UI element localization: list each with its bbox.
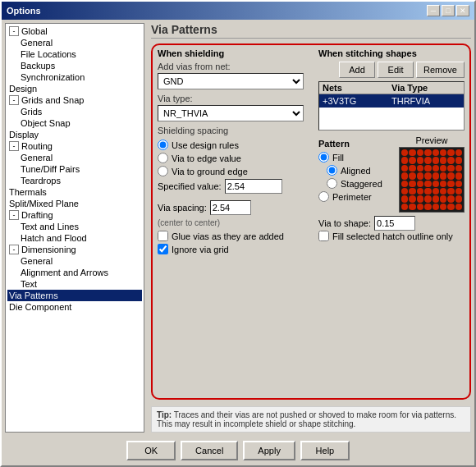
radio-label: Use design rules: [172, 140, 239, 150]
radio-aligned-input[interactable]: [327, 165, 337, 176]
sidebar-item-alignment[interactable]: Alignment and Arrows: [7, 267, 142, 278]
maximize-button[interactable]: □: [442, 5, 455, 16]
radio-perimeter[interactable]: Perimeter: [318, 191, 392, 202]
sidebar-item-text-lines[interactable]: Text and Lines: [7, 221, 142, 232]
grid-dot: [455, 172, 462, 179]
sidebar-item-text2[interactable]: Text: [7, 278, 142, 290]
sidebar-item-teardrops[interactable]: Teardrops: [7, 175, 142, 186]
radio-use-design-rules[interactable]: Use design rules: [158, 140, 304, 150]
net-table-header: Nets Via Type: [319, 82, 464, 94]
radio-via-ground[interactable]: Via to ground edge: [158, 166, 304, 176]
add-button[interactable]: Add: [339, 62, 375, 78]
grid-dot: [433, 204, 439, 210]
sidebar-item-general1[interactable]: General: [7, 37, 142, 48]
expand-icon: -: [9, 245, 19, 254]
sidebar-item-design[interactable]: Design: [7, 83, 142, 94]
grid-dot: [433, 188, 439, 195]
help-button[interactable]: Help: [300, 441, 350, 460]
sidebar-item-drafting[interactable]: - Drafting: [7, 209, 142, 221]
remove-button[interactable]: Remove: [416, 62, 465, 78]
sidebar-item-grids-snap[interactable]: - Grids and Snap: [7, 94, 142, 106]
sidebar-item-general3[interactable]: General: [7, 255, 142, 267]
via-shape-row: Via to shape:: [318, 216, 465, 231]
radio-via-ground-input[interactable]: [158, 166, 168, 176]
via-spacing-input[interactable]: [210, 200, 251, 215]
sidebar-item-dimensioning[interactable]: - Dimensioning: [7, 244, 142, 255]
net-table-row[interactable]: +3V3TG THRFVIA: [319, 94, 464, 108]
grid-dot: [401, 181, 408, 187]
radio-staggered[interactable]: Staggered: [318, 178, 392, 189]
grid-dot: [401, 172, 408, 179]
radio-via-edge[interactable]: Via to edge value: [158, 153, 304, 163]
grid-dot: [417, 157, 423, 163]
radio-perimeter-input[interactable]: [318, 191, 329, 202]
titlebar-controls: ─ □ ✕: [427, 5, 469, 16]
grid-dot: [417, 149, 423, 156]
grid-dot: [401, 165, 408, 172]
radio-aligned[interactable]: Aligned: [318, 165, 392, 176]
sidebar-item-file-locations[interactable]: File Locations: [7, 48, 142, 60]
grid-dot: [455, 149, 462, 156]
expand-icon: -: [9, 95, 19, 105]
sidebar-item-sync[interactable]: Synchronization: [7, 71, 142, 83]
close-button[interactable]: ✕: [456, 5, 469, 16]
radio-fill-input[interactable]: [318, 152, 329, 163]
via-shape-input[interactable]: [374, 216, 415, 231]
grid-dot: [455, 195, 462, 202]
radio-fill[interactable]: Fill: [318, 152, 392, 163]
grid-dot: [433, 165, 439, 172]
radio-staggered-input[interactable]: [327, 178, 337, 189]
sidebar-item-routing[interactable]: - Routing: [7, 140, 142, 152]
sidebar-item-die-component[interactable]: Die Component: [7, 301, 142, 313]
grid-dot: [447, 165, 454, 172]
sidebar-item-split-mixed[interactable]: Split/Mixed Plane: [7, 198, 142, 209]
sidebar-label: Routing: [21, 141, 53, 151]
sidebar-label: Design: [9, 84, 37, 94]
sidebar-item-backups[interactable]: Backups: [7, 60, 142, 71]
grid-dot: [447, 188, 454, 195]
minimize-button[interactable]: ─: [427, 5, 440, 16]
right-panel: Via Patterns When shielding Add vias fro…: [148, 20, 474, 436]
radio-use-design-rules-input[interactable]: [158, 140, 168, 150]
ignore-grid-checkbox[interactable]: [158, 244, 168, 254]
sidebar-item-tune-diff[interactable]: Tune/Diff Pairs: [7, 163, 142, 175]
glue-checkbox-row: Glue vias as they are added: [158, 231, 304, 241]
sidebar-label: General: [21, 153, 53, 163]
sidebar-item-general2[interactable]: General: [7, 152, 142, 163]
grid-dot: [409, 204, 415, 210]
ok-button[interactable]: OK: [126, 441, 176, 460]
cancel-button[interactable]: Cancel: [181, 441, 238, 460]
net-table: Nets Via Type +3V3TG THRFVIA: [318, 81, 465, 130]
sidebar-label: File Locations: [21, 49, 76, 59]
sidebar-item-display[interactable]: Display: [7, 129, 142, 140]
sidebar-label: Text and Lines: [21, 222, 79, 231]
net-select[interactable]: GND: [158, 73, 304, 89]
sidebar-item-via-patterns[interactable]: Via Patterns: [7, 290, 142, 301]
sidebar-label: Drafting: [21, 210, 53, 220]
sidebar-item-thermals[interactable]: Thermals: [7, 186, 142, 198]
grid-dot: [455, 165, 462, 172]
grid-dot: [433, 172, 439, 179]
panel-inner: When shielding Add vias from net: GND Vi…: [151, 43, 471, 433]
sidebar-item-hatch-flood[interactable]: Hatch and Flood: [7, 232, 142, 244]
grid-dot: [433, 181, 439, 187]
edit-button[interactable]: Edit: [378, 62, 414, 78]
fill-outline-checkbox[interactable]: [318, 231, 329, 241]
options-window: Options ─ □ ✕ - Global General File Loca…: [0, 0, 476, 467]
spacing-header: Shielding spacing: [158, 126, 304, 135]
radio-via-edge-input[interactable]: [158, 153, 168, 163]
grid-dot: [417, 188, 423, 195]
apply-button[interactable]: Apply: [243, 441, 295, 460]
grid-dot: [424, 188, 431, 195]
grid-dot: [417, 204, 423, 210]
sidebar-item-object-snap[interactable]: Object Snap: [7, 117, 142, 129]
specified-value-input[interactable]: 2.54: [225, 179, 282, 194]
via-type-select[interactable]: NR_THVIA: [158, 105, 304, 121]
sidebar-item-global[interactable]: - Global: [7, 25, 142, 37]
sidebar-label: Thermals: [9, 187, 47, 197]
glue-checkbox[interactable]: [158, 231, 168, 241]
tip-prefix: Tip:: [157, 410, 172, 419]
sidebar-item-grids[interactable]: Grids: [7, 106, 142, 117]
titlebar: Options ─ □ ✕: [2, 2, 474, 20]
net-label: Add vias from net:: [158, 62, 304, 71]
